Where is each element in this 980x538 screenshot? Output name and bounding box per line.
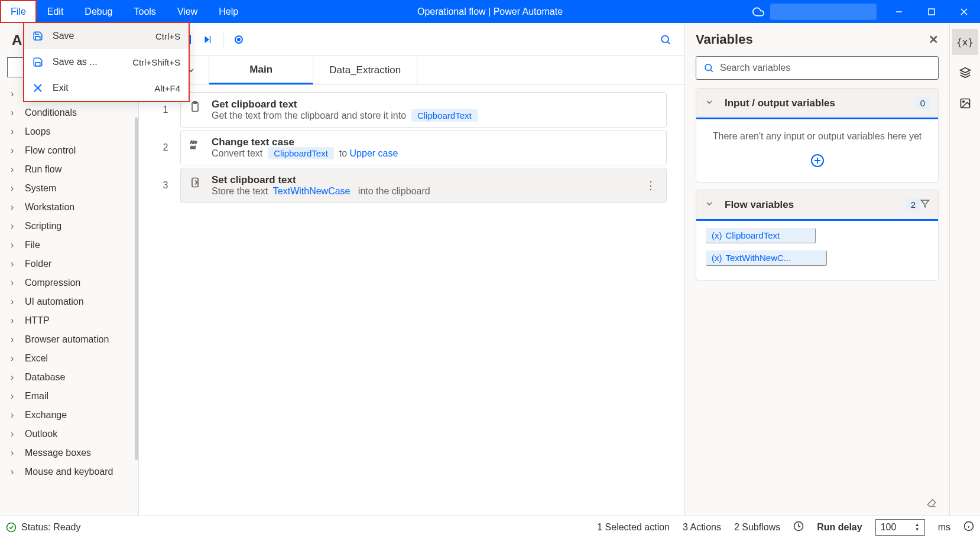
- filter-icon[interactable]: [920, 199, 930, 211]
- cloud-icon: [747, 6, 770, 18]
- tree-item[interactable]: ›Run flow: [0, 160, 138, 179]
- tree-item[interactable]: ›Browser automation: [0, 330, 138, 349]
- chevron-right-icon: ›: [11, 391, 20, 402]
- action-title: Set clipboard text: [212, 174, 644, 186]
- svg-marker-25: [960, 68, 970, 73]
- tree-item[interactable]: ›Exchange: [0, 406, 138, 425]
- svg-marker-24: [921, 200, 929, 207]
- tree-item[interactable]: ›Compression: [0, 273, 138, 292]
- tree-item[interactable]: ›Folder: [0, 255, 138, 273]
- menu-file[interactable]: File: [0, 0, 37, 23]
- status-text: Status: Ready: [21, 522, 81, 533]
- chevron-right-icon: ›: [11, 448, 20, 458]
- action-card[interactable]: Get clipboard text Get the text from the…: [180, 92, 667, 128]
- file-exit[interactable]: Exit Alt+F4: [24, 75, 189, 101]
- tab-main[interactable]: Main: [209, 56, 313, 84]
- flow-variables-section: Flow variables 2 (x) ClipboardText (x) T…: [696, 190, 939, 281]
- tab-data-extraction[interactable]: Data_Extraction: [313, 56, 417, 84]
- line-number: 1: [157, 105, 174, 115]
- text-case-icon: Abcdef: [189, 139, 206, 153]
- variable-chip[interactable]: (x) ClipboardText: [706, 228, 816, 243]
- io-variables-header[interactable]: Input / output variables 0: [696, 89, 938, 119]
- menu-tools[interactable]: Tools: [124, 0, 167, 23]
- tree-item[interactable]: ›Flow control: [0, 141, 138, 160]
- action-card[interactable]: Set clipboard text Store the text TextWi…: [180, 168, 667, 203]
- menu-view[interactable]: View: [167, 0, 208, 23]
- menu-debug[interactable]: Debug: [74, 0, 123, 23]
- var-link: TextWithNewCase: [273, 186, 351, 196]
- tree-item[interactable]: ›Excel: [0, 349, 138, 368]
- chevron-right-icon: ›: [11, 315, 20, 326]
- tree-item[interactable]: ›File: [0, 236, 138, 255]
- menu-edit[interactable]: Edit: [37, 0, 74, 23]
- titlebar: File Edit Debug Tools View Help Operatio…: [0, 0, 980, 23]
- info-icon[interactable]: [963, 521, 974, 534]
- separator: [223, 31, 223, 48]
- menu-help[interactable]: Help: [208, 0, 249, 23]
- tree-item[interactable]: ›Mouse and keyboard: [0, 462, 138, 481]
- tree-item[interactable]: ›Email: [0, 387, 138, 406]
- rail-variables-button[interactable]: {x}: [952, 29, 978, 55]
- rail-layers-button[interactable]: [952, 60, 978, 86]
- file-save[interactable]: Save Ctrl+S: [24, 23, 189, 49]
- search-button[interactable]: [654, 34, 677, 45]
- run-delay-input[interactable]: 100 ▲▼: [875, 519, 925, 536]
- tree-item[interactable]: ›Database: [0, 368, 138, 387]
- scrollbar[interactable]: [135, 118, 138, 460]
- flow-variables-header[interactable]: Flow variables 2: [696, 190, 938, 221]
- svg-rect-4: [35, 63, 40, 66]
- chevron-down-icon: [705, 199, 719, 211]
- window-controls: [747, 0, 980, 23]
- chevron-right-icon: ›: [11, 372, 20, 383]
- step-button[interactable]: [197, 29, 218, 50]
- chevron-right-icon: ›: [11, 240, 20, 250]
- eraser-icon[interactable]: [926, 497, 937, 511]
- maximize-button[interactable]: [915, 0, 947, 23]
- window-title: Operational flow | Power Automate: [417, 6, 563, 17]
- line-number: 2: [157, 142, 174, 153]
- svg-point-28: [7, 523, 16, 532]
- svg-point-11: [237, 38, 241, 41]
- tree-item[interactable]: ›System: [0, 179, 138, 198]
- variables-panel: Variables ✕ Search variables Input / out…: [684, 23, 949, 516]
- action-desc: Store the text TextWithNewCase into the …: [212, 186, 644, 197]
- tree-item[interactable]: ›Outlook: [0, 425, 138, 444]
- chevron-right-icon: ›: [11, 107, 20, 118]
- minimize-button[interactable]: [882, 0, 915, 23]
- file-save-as[interactable]: Save as ... Ctrl+Shift+S: [24, 49, 189, 75]
- chevron-right-icon: ›: [11, 410, 20, 420]
- record-button[interactable]: [228, 29, 249, 50]
- chevron-right-icon: ›: [11, 126, 20, 137]
- svg-text:def: def: [190, 145, 196, 149]
- tree-item[interactable]: ›Message boxes: [0, 444, 138, 462]
- close-button[interactable]: [947, 0, 980, 23]
- tree-item[interactable]: ›Workstation: [0, 198, 138, 217]
- action-card[interactable]: Abcdef Change text case Convert text Cli…: [180, 130, 667, 165]
- variable-icon: (x): [712, 230, 722, 240]
- chevron-right-icon: ›: [11, 202, 20, 213]
- chevron-right-icon: ›: [11, 467, 20, 477]
- menubar: File Edit Debug Tools View Help: [0, 0, 249, 23]
- close-panel-button[interactable]: ✕: [929, 32, 939, 47]
- chevron-right-icon: ›: [11, 183, 20, 194]
- action-more-icon[interactable]: ⋮: [644, 179, 658, 192]
- variable-chip[interactable]: (x) TextWithNewC...: [706, 250, 827, 266]
- svg-point-27: [962, 101, 964, 103]
- svg-text:Abc: Abc: [190, 140, 197, 144]
- chevron-right-icon: ›: [11, 353, 20, 364]
- action-desc: Convert text ClipboardText to Upper case: [212, 148, 658, 159]
- spinner-icon[interactable]: ▲▼: [915, 523, 920, 532]
- add-variable-button[interactable]: [696, 154, 938, 182]
- variables-search[interactable]: Search variables: [696, 56, 939, 80]
- tree-item[interactable]: ›HTTP: [0, 311, 138, 330]
- chevron-right-icon: ›: [11, 259, 20, 269]
- tree-item[interactable]: ›Scripting: [0, 217, 138, 236]
- svg-point-19: [705, 64, 712, 71]
- tree-item[interactable]: ›UI automation: [0, 292, 138, 311]
- action-desc: Get the text from the clipboard and stor…: [212, 110, 658, 121]
- chevron-right-icon: ›: [11, 296, 20, 307]
- rail-images-button[interactable]: [952, 90, 978, 116]
- chevron-right-icon: ›: [11, 221, 20, 231]
- tree-item[interactable]: ›Conditionals: [0, 103, 138, 122]
- tree-item[interactable]: ›Loops: [0, 122, 138, 141]
